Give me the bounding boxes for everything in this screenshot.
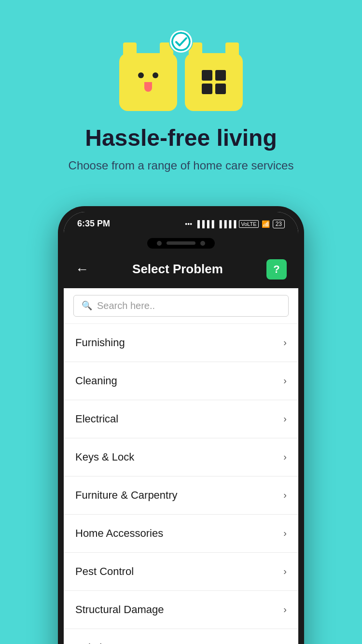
- menu-label-electrical: Electrical: [75, 413, 118, 425]
- chevron-icon-keys-lock: ›: [283, 451, 287, 462]
- check-badge-icon: [168, 29, 194, 54]
- chevron-icon-home-accessories: ›: [283, 528, 287, 539]
- chevron-icon-cleaning: ›: [283, 375, 287, 386]
- grid-cell-4: [215, 84, 226, 94]
- phone-notch: [64, 236, 298, 251]
- menu-label-pest-control: Pest Control: [75, 565, 134, 578]
- cat-eye-right: [153, 72, 158, 78]
- menu-item-cleaning[interactable]: Cleaning›: [64, 362, 298, 400]
- menu-item-keys-lock[interactable]: Keys & Lock›: [64, 438, 298, 476]
- grid-cell-3: [202, 84, 212, 94]
- search-box[interactable]: 🔍 Search here..: [73, 295, 289, 317]
- phone-wrapper: 6:35 PM ••• ▐▐▐▐ ▐▐▐▐ VoLTE 📶 23: [0, 206, 362, 644]
- notch-camera: [200, 241, 205, 246]
- phone-inner: 6:35 PM ••• ▐▐▐▐ ▐▐▐▐ VoLTE 📶 23: [64, 212, 298, 644]
- chevron-icon-electrical: ›: [283, 413, 287, 424]
- signal-bars-2: ▐▐▐▐: [217, 220, 237, 228]
- search-placeholder: Search here..: [97, 300, 155, 311]
- notch-speaker: [167, 241, 195, 245]
- menu-item-structural-damage[interactable]: Structural Damage›: [64, 591, 298, 629]
- chevron-icon-furniture-carpentry: ›: [283, 490, 287, 501]
- wifi-icon: 📶: [262, 220, 270, 228]
- cat-eye-left: [138, 72, 144, 78]
- grid-cell-2: [215, 70, 226, 81]
- notch-pill: [147, 238, 215, 249]
- battery-icon: 23: [273, 220, 285, 228]
- menu-label-home-accessories: Home Accessories: [75, 527, 163, 540]
- chevron-icon-structural-damage: ›: [283, 604, 287, 615]
- menu-item-painting-masonry[interactable]: Painting & Masonry›: [64, 629, 298, 644]
- menu-label-structural-damage: Structural Damage: [75, 603, 164, 616]
- svg-point-1: [170, 31, 192, 52]
- menu-label-keys-lock: Keys & Lock: [75, 451, 134, 463]
- app-header: ← Select Problem ?: [64, 251, 298, 288]
- menu-item-pest-control[interactable]: Pest Control›: [64, 553, 298, 591]
- menu-label-cleaning: Cleaning: [75, 375, 117, 387]
- menu-item-furniture-carpentry[interactable]: Furniture & Carpentry›: [64, 476, 298, 515]
- chevron-icon-furnishing: ›: [283, 337, 287, 348]
- cat-mascot-left: [119, 53, 177, 111]
- notch-dot: [157, 241, 162, 246]
- menu-label-furnishing: Furnishing: [75, 336, 125, 349]
- volte-icon: VoLTE: [239, 220, 258, 228]
- status-icons: ••• ▐▐▐▐ ▐▐▐▐ VoLTE 📶 23: [185, 220, 285, 228]
- search-icon: 🔍: [82, 300, 92, 311]
- chevron-icon-painting-masonry: ›: [283, 642, 287, 644]
- hero-title: Hassle-free living: [85, 126, 277, 151]
- cat-mascot-right: [185, 53, 243, 111]
- chevron-icon-pest-control: ›: [283, 566, 287, 577]
- back-button[interactable]: ←: [75, 262, 89, 277]
- grid-icon: [197, 65, 231, 99]
- menu-label-painting-masonry: Painting & Masonry: [75, 642, 167, 644]
- signal-dots: •••: [185, 220, 192, 228]
- cat-eyes: [138, 72, 158, 78]
- status-time: 6:35 PM: [77, 219, 110, 229]
- search-container: 🔍 Search here..: [64, 288, 298, 324]
- menu-item-home-accessories[interactable]: Home Accessories›: [64, 515, 298, 553]
- menu-item-furnishing[interactable]: Furnishing›: [64, 324, 298, 362]
- phone-frame: 6:35 PM ••• ▐▐▐▐ ▐▐▐▐ VoLTE 📶 23: [58, 206, 304, 644]
- cat-face: [138, 72, 158, 92]
- help-button[interactable]: ?: [266, 259, 287, 280]
- header-title: Select Problem: [132, 262, 223, 277]
- menu-label-furniture-carpentry: Furniture & Carpentry: [75, 489, 178, 502]
- grid-cell-1: [202, 70, 212, 81]
- status-bar: 6:35 PM ••• ▐▐▐▐ ▐▐▐▐ VoLTE 📶 23: [64, 212, 298, 236]
- menu-item-electrical[interactable]: Electrical›: [64, 400, 298, 438]
- mascot-container: [119, 29, 243, 111]
- signal-bars-1: ▐▐▐▐: [195, 220, 214, 228]
- cat-tongue: [144, 82, 152, 92]
- hero-subtitle: Choose from a range of home care service…: [69, 159, 294, 172]
- menu-list: Furnishing›Cleaning›Electrical›Keys & Lo…: [64, 324, 298, 644]
- hero-section: Hassle-free living Choose from a range o…: [0, 0, 362, 192]
